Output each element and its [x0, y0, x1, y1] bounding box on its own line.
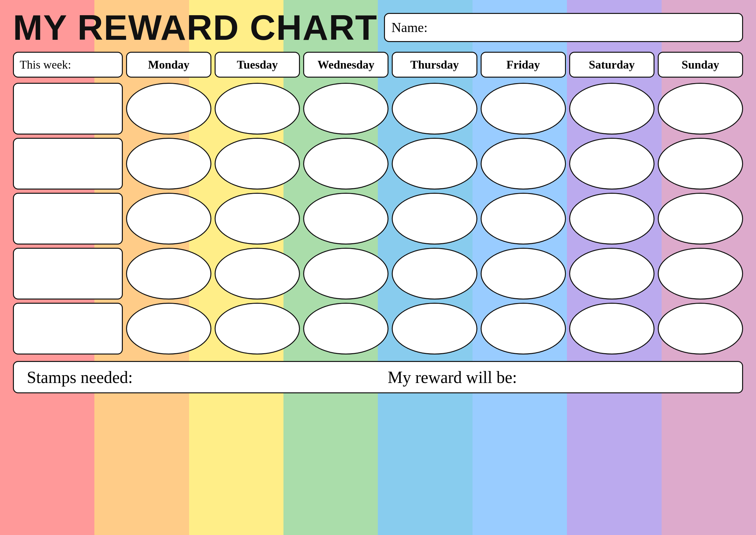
- stamp-sat-1[interactable]: [569, 83, 655, 134]
- stamp-sun-4[interactable]: [658, 248, 743, 299]
- stamps-needed-label: Stamps needed:: [27, 368, 368, 387]
- stamp-thu-5[interactable]: [392, 303, 477, 354]
- task-rows: [13, 83, 743, 354]
- stamp-thu-1[interactable]: [392, 83, 477, 134]
- task-label-3[interactable]: [13, 193, 123, 244]
- task-row-2: [13, 138, 743, 189]
- stamp-wed-3[interactable]: [303, 193, 389, 244]
- stamp-thu-3[interactable]: [392, 193, 477, 244]
- name-label: Name:: [392, 20, 428, 35]
- stamp-tue-3[interactable]: [215, 193, 300, 244]
- stamp-wed-1[interactable]: [303, 83, 389, 134]
- stamp-wed-4[interactable]: [303, 248, 389, 299]
- days-header: This week: Monday Tuesday Wednesday Thur…: [13, 52, 743, 78]
- day-header-sunday: Sunday: [658, 52, 743, 78]
- stamp-wed-5[interactable]: [303, 303, 389, 354]
- stamp-sat-5[interactable]: [569, 303, 655, 354]
- task-label-5[interactable]: [13, 303, 123, 354]
- reward-will-be-label: My reward will be:: [388, 368, 730, 387]
- stamp-wed-2[interactable]: [303, 138, 389, 189]
- this-week-label: This week:: [20, 58, 71, 71]
- name-box[interactable]: Name:: [384, 13, 743, 42]
- day-header-saturday: Saturday: [569, 52, 655, 78]
- stamp-fri-5[interactable]: [481, 303, 566, 354]
- footer: Stamps needed: My reward will be:: [13, 361, 743, 393]
- stamp-fri-3[interactable]: [481, 193, 566, 244]
- stamp-fri-4[interactable]: [481, 248, 566, 299]
- day-header-wednesday: Wednesday: [303, 52, 389, 78]
- stamp-mon-4[interactable]: [126, 248, 211, 299]
- stamp-thu-2[interactable]: [392, 138, 477, 189]
- day-header-monday: Monday: [126, 52, 211, 78]
- stamp-mon-1[interactable]: [126, 83, 211, 134]
- task-row-5: [13, 303, 743, 354]
- reward-chart-page: MY REWARD CHART Name: This week: Monday …: [0, 0, 756, 535]
- stamp-tue-1[interactable]: [215, 83, 300, 134]
- task-row-3: [13, 193, 743, 244]
- day-header-tuesday: Tuesday: [215, 52, 300, 78]
- stamp-sun-3[interactable]: [658, 193, 743, 244]
- stamp-sun-1[interactable]: [658, 83, 743, 134]
- page-title: MY REWARD CHART: [13, 10, 378, 45]
- stamp-tue-2[interactable]: [215, 138, 300, 189]
- task-label-2[interactable]: [13, 138, 123, 189]
- stamp-sat-2[interactable]: [569, 138, 655, 189]
- stamp-mon-5[interactable]: [126, 303, 211, 354]
- task-row-1: [13, 83, 743, 134]
- task-label-4[interactable]: [13, 248, 123, 299]
- stamp-sun-2[interactable]: [658, 138, 743, 189]
- stamp-thu-4[interactable]: [392, 248, 477, 299]
- header-row: MY REWARD CHART Name:: [13, 10, 743, 45]
- day-header-thursday: Thursday: [392, 52, 477, 78]
- stamp-fri-1[interactable]: [481, 83, 566, 134]
- stamp-tue-4[interactable]: [215, 248, 300, 299]
- stamp-mon-2[interactable]: [126, 138, 211, 189]
- stamp-tue-5[interactable]: [215, 303, 300, 354]
- task-row-4: [13, 248, 743, 299]
- stamp-sat-3[interactable]: [569, 193, 655, 244]
- stamp-mon-3[interactable]: [126, 193, 211, 244]
- stamp-fri-2[interactable]: [481, 138, 566, 189]
- day-header-friday: Friday: [481, 52, 566, 78]
- stamp-sun-5[interactable]: [658, 303, 743, 354]
- stamp-sat-4[interactable]: [569, 248, 655, 299]
- task-label-1[interactable]: [13, 83, 123, 134]
- this-week-cell: This week:: [13, 52, 123, 78]
